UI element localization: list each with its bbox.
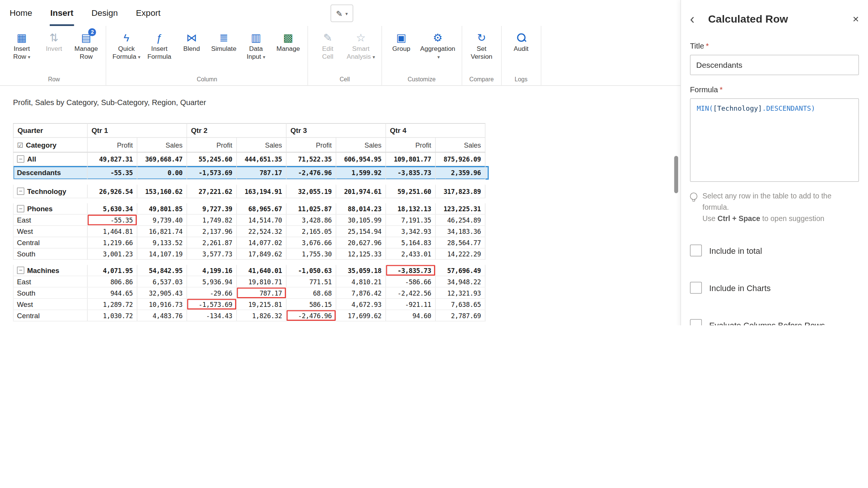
value-cell[interactable]: 4,483.76 — [138, 310, 187, 322]
value-cell[interactable]: 163,194.91 — [237, 185, 287, 198]
value-cell[interactable]: 2,261.87 — [187, 237, 237, 249]
value-cell[interactable]: -55.35 — [88, 215, 138, 226]
ribbon-button-manage[interactable]: ▩Manage — [273, 27, 304, 54]
measure-header-profit[interactable]: Profit — [187, 138, 237, 152]
table-row-west[interactable]: West1,289.7210,916.73-1,573.6919,215.815… — [13, 299, 489, 310]
value-cell[interactable]: 1,599.92 — [336, 166, 386, 180]
value-cell[interactable]: 30,105.99 — [336, 215, 386, 226]
ribbon-button-invert[interactable]: ⇅Invert — [38, 27, 70, 54]
value-cell[interactable]: -2,476.96 — [287, 310, 336, 322]
value-cell[interactable]: -55.35 — [88, 166, 138, 180]
value-cell[interactable]: 1,755.30 — [287, 249, 336, 260]
value-cell[interactable]: 17,699.62 — [336, 310, 386, 322]
value-cell[interactable]: 5,936.94 — [187, 276, 237, 288]
value-cell[interactable]: 35,059.18 — [336, 265, 386, 276]
measure-header-sales[interactable]: Sales — [138, 138, 187, 152]
collapse-icon[interactable]: − — [17, 267, 24, 274]
value-cell[interactable]: 586.15 — [287, 299, 336, 310]
value-cell[interactable]: 32,905.43 — [138, 288, 187, 299]
ribbon-button-aggregation[interactable]: ⚙Aggregation▾ — [418, 27, 457, 62]
value-cell[interactable]: 10,916.73 — [138, 299, 187, 310]
measure-header-profit[interactable]: Profit — [88, 138, 138, 152]
value-cell[interactable]: 4,672.93 — [336, 299, 386, 310]
value-cell[interactable]: -586.66 — [386, 276, 436, 288]
value-cell[interactable]: 55,245.60 — [187, 152, 237, 166]
table-row-machines[interactable]: −Machines4,071.9554,842.954,199.1641,640… — [13, 265, 489, 276]
value-cell[interactable]: 153,160.62 — [138, 185, 187, 198]
quarter-column-qtr-4[interactable]: Qtr 4 — [386, 123, 486, 138]
value-cell[interactable]: 49,801.85 — [138, 203, 187, 215]
value-cell[interactable]: 1,464.81 — [88, 226, 138, 237]
value-cell[interactable]: -134.43 — [187, 310, 237, 322]
value-cell[interactable]: 17,849.62 — [237, 249, 287, 260]
value-cell[interactable]: 14,514.70 — [237, 215, 287, 226]
ribbon-button-manage-row[interactable]: ▤2ManageRow — [71, 27, 102, 62]
value-cell[interactable]: 787.17 — [237, 166, 287, 180]
value-cell[interactable]: 14,077.02 — [237, 237, 287, 249]
category-filter-icon[interactable]: ☑ — [17, 141, 23, 149]
table-row-south[interactable]: South3,001.2314,107.193,577.7317,849.621… — [13, 249, 489, 260]
value-cell[interactable]: 875,926.09 — [436, 152, 486, 166]
value-cell[interactable]: 14,107.19 — [138, 249, 187, 260]
ribbon-button-insert-row[interactable]: ▦InsertRow▾ — [6, 27, 38, 62]
value-cell[interactable]: 787.17 — [237, 288, 287, 299]
value-cell[interactable]: 1,030.72 — [88, 310, 138, 322]
value-cell[interactable]: 3,428.86 — [287, 215, 336, 226]
checkbox-box[interactable] — [690, 245, 702, 257]
table-row-south[interactable]: South944.6532,905.43-29.66787.1768.687,8… — [13, 288, 489, 299]
measure-header-sales[interactable]: Sales — [436, 138, 486, 152]
value-cell[interactable]: 2,165.05 — [287, 226, 336, 237]
value-cell[interactable]: 3,001.23 — [88, 249, 138, 260]
value-cell[interactable]: 369,668.47 — [138, 152, 187, 166]
value-cell[interactable]: 1,219.66 — [88, 237, 138, 249]
value-cell[interactable]: 9,133.52 — [138, 237, 187, 249]
checkbox-box[interactable] — [690, 319, 702, 325]
formula-input[interactable]: MIN([Technology].DESCENDANTS) — [690, 98, 859, 182]
value-cell[interactable]: 71,522.35 — [287, 152, 336, 166]
table-row-all[interactable]: −All49,827.31369,668.4755,245.60444,651.… — [13, 152, 489, 166]
value-cell[interactable]: 317,823.89 — [436, 185, 486, 198]
value-cell[interactable]: 59,251.60 — [386, 185, 436, 198]
ribbon-button-smart-analysis[interactable]: ☆SmartAnalysis▾ — [344, 27, 377, 62]
tab-export[interactable]: Export — [135, 0, 161, 26]
title-input[interactable] — [690, 55, 859, 75]
quarter-column-qtr-2[interactable]: Qtr 2 — [187, 123, 287, 138]
checkbox-evaluate-columns-before-rows[interactable]: Evaluate Columns Before Rows — [690, 319, 859, 325]
ribbon-button-simulate[interactable]: ≣Simulate — [208, 27, 240, 54]
ribbon-button-quick-formula[interactable]: ϟQuickFormula▾ — [110, 27, 143, 62]
measure-header-sales[interactable]: Sales — [336, 138, 386, 152]
value-cell[interactable]: 3,676.66 — [287, 237, 336, 249]
value-cell[interactable]: -921.11 — [386, 299, 436, 310]
value-cell[interactable]: 68.68 — [287, 288, 336, 299]
table-row-central[interactable]: Central1,030.724,483.76-134.431,826.32-2… — [13, 310, 489, 322]
table-row-phones[interactable]: −Phones5,630.3449,801.859,727.3968,965.6… — [13, 203, 489, 215]
value-cell[interactable]: 6,537.03 — [138, 276, 187, 288]
collapse-icon[interactable]: − — [17, 205, 24, 213]
value-cell[interactable]: 88,014.23 — [336, 203, 386, 215]
value-cell[interactable]: 0.00 — [138, 166, 187, 180]
value-cell[interactable]: 7,638.65 — [436, 299, 486, 310]
value-cell[interactable]: 2,359.96 — [436, 166, 486, 180]
collapse-icon[interactable]: − — [17, 188, 24, 195]
value-cell[interactable]: 201,974.61 — [336, 185, 386, 198]
back-chevron-icon[interactable]: ‹ — [690, 12, 705, 26]
tab-insert[interactable]: Insert — [50, 0, 74, 26]
value-cell[interactable]: 4,199.16 — [187, 265, 237, 276]
value-cell[interactable]: 28,564.77 — [436, 237, 486, 249]
value-cell[interactable]: 18,132.13 — [386, 203, 436, 215]
table-row-east[interactable]: East806.866,537.035,936.9419,810.71771.5… — [13, 276, 489, 288]
value-cell[interactable]: 1,749.82 — [187, 215, 237, 226]
value-cell[interactable]: 9,727.39 — [187, 203, 237, 215]
vertical-scrollbar[interactable] — [674, 156, 679, 193]
category-header-cell[interactable]: ☑Category — [13, 138, 88, 152]
value-cell[interactable]: 7,876.42 — [336, 288, 386, 299]
value-cell[interactable]: 34,183.36 — [436, 226, 486, 237]
value-cell[interactable]: 806.86 — [88, 276, 138, 288]
value-cell[interactable]: 32,055.19 — [287, 185, 336, 198]
value-cell[interactable]: 109,801.77 — [386, 152, 436, 166]
checkbox-include-in-charts[interactable]: Include in Charts — [690, 282, 859, 294]
collapse-icon[interactable]: − — [17, 156, 24, 163]
value-cell[interactable]: 5,164.83 — [386, 237, 436, 249]
ribbon-button-audit[interactable]: Audit — [506, 27, 537, 54]
value-cell[interactable]: 46,254.89 — [436, 215, 486, 226]
